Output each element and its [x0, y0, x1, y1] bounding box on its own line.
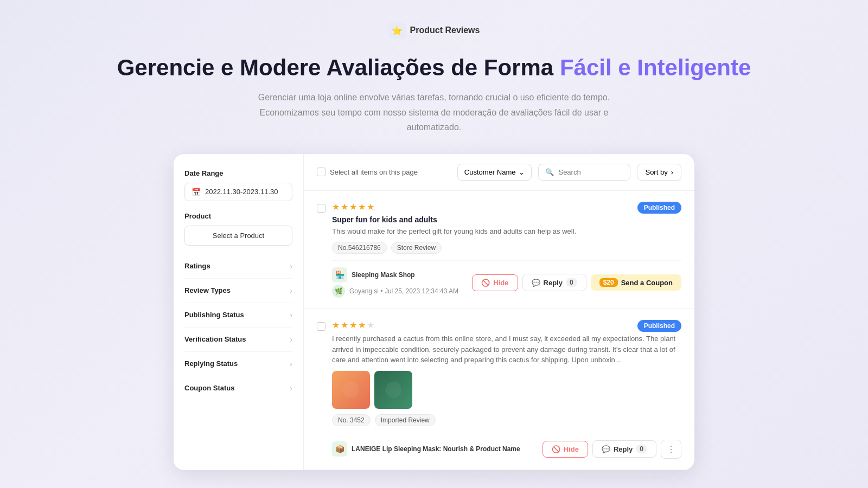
hide-button[interactable]: 🚫 Hide	[472, 274, 518, 291]
select-all-label: Select all items on this page	[330, 168, 418, 176]
review-actions-row: 🏪 Sleeping Mask Shop 🌿 Goyang si • Jul 2…	[332, 260, 681, 298]
sidebar-item-verification-status[interactable]: Verification Status ›	[184, 328, 292, 352]
more-options-button[interactable]: ⋮	[661, 440, 681, 459]
chevron-right-icon: ›	[290, 286, 292, 295]
review-tag: Store Review	[391, 242, 442, 254]
select-all-area: Select all items on this page	[317, 168, 451, 176]
review-image	[374, 371, 412, 409]
app-icon: ⭐	[388, 22, 406, 39]
hero-title-black: Gerencie e Modere Avaliações de Forma	[117, 55, 554, 80]
reply-icon: 💬	[602, 445, 610, 453]
sidebar-item-ratings[interactable]: Ratings ›	[184, 254, 292, 279]
svg-point-1	[385, 382, 401, 398]
review-item: Published ★ ★ ★ ★ ★ Super fun for kids	[304, 191, 694, 310]
hide-icon: 🚫	[552, 445, 560, 453]
chevron-right-icon: ›	[290, 262, 292, 271]
published-badge: Published	[637, 202, 681, 214]
hero-title-colored: Fácil e Inteligente	[560, 55, 751, 80]
review-text: This would make for the perfect gift for…	[332, 226, 681, 237]
hide-button[interactable]: 🚫 Hide	[542, 441, 588, 458]
toolbar: Select all items on this page Customer N…	[304, 154, 694, 191]
send-coupon-button[interactable]: $20 Send a Coupon	[591, 274, 681, 291]
review-image	[332, 371, 370, 409]
svg-point-0	[343, 382, 359, 398]
customer-name-dropdown[interactable]: Customer Name ⌄	[457, 164, 532, 181]
sidebar-item-review-types[interactable]: Review Types ›	[184, 279, 292, 303]
app-header: ⭐ Product Reviews	[388, 22, 480, 39]
reply-button[interactable]: 💬 Reply 0	[522, 274, 586, 291]
review-tag: Imported Review	[375, 414, 436, 426]
reply-icon: 💬	[532, 279, 540, 287]
main-card: Date Range 📅 2022.11.30-2023.11.30 Produ…	[174, 154, 694, 470]
star-rating: ★ ★ ★ ★ ★	[332, 320, 681, 330]
search-input[interactable]	[558, 168, 623, 176]
action-buttons: 🚫 Hide 💬 Reply 0 ⋮	[542, 440, 681, 459]
more-icon: ⋮	[667, 444, 675, 454]
sidebar: Date Range 📅 2022.11.30-2023.11.30 Produ…	[174, 154, 304, 470]
star-rating: ★ ★ ★ ★ ★	[332, 202, 681, 212]
review-title: Super fun for kids and adults	[332, 215, 681, 224]
hero-subtitle: Gerenciar uma loja online envolve várias…	[244, 90, 624, 134]
chevron-down-icon: ⌄	[519, 168, 525, 176]
select-all-checkbox[interactable]	[317, 168, 326, 176]
review-list: Published ★ ★ ★ ★ ★ Super fun for kids	[304, 191, 694, 470]
review-tag: No. 3452	[332, 414, 371, 426]
review-tags: No. 3452 Imported Review	[332, 414, 681, 426]
product-label: Product	[184, 212, 292, 220]
chevron-right-icon: ›	[290, 335, 292, 344]
action-buttons: 🚫 Hide 💬 Reply 0 $20	[472, 274, 681, 291]
chevron-right-icon: ›	[671, 168, 673, 176]
sidebar-item-coupon-status[interactable]: Coupon Status ›	[184, 376, 292, 400]
reply-button[interactable]: 💬 Reply 0	[592, 440, 656, 458]
hero-section: Gerencie e Modere Avaliações de Forma Fá…	[117, 54, 751, 134]
review-body: ★ ★ ★ ★ ★ I recently purchased a cactus …	[332, 320, 681, 459]
select-product-button[interactable]: Select a Product	[184, 226, 292, 246]
search-icon: 🔍	[545, 168, 554, 176]
review-body: ★ ★ ★ ★ ★ Super fun for kids and adults …	[332, 202, 681, 298]
review-images	[332, 371, 681, 409]
content-area: Select all items on this page Customer N…	[304, 154, 694, 470]
search-box: 🔍	[538, 164, 630, 181]
shop-avatar: 🏪	[332, 267, 347, 282]
hero-title: Gerencie e Modere Avaliações de Forma Fá…	[117, 54, 751, 81]
shop-name: LANEIGE Lip Sleeping Mask: Nourish & Pro…	[352, 445, 520, 453]
review-item: Published ★ ★ ★ ★ ★ I recently purchase	[304, 309, 694, 470]
reply-count: 0	[566, 278, 577, 287]
review-checkbox[interactable]	[317, 322, 326, 331]
date-range-button[interactable]: 📅 2022.11.30-2023.11.30	[184, 183, 292, 201]
review-text: I recently purchased a cactus from this …	[332, 333, 681, 365]
product-section: Product Select a Product	[184, 212, 292, 246]
chevron-right-icon: ›	[290, 384, 292, 393]
calendar-icon: 📅	[192, 188, 201, 196]
sidebar-item-publishing-status[interactable]: Publishing Status ›	[184, 303, 292, 328]
app-title: Product Reviews	[410, 25, 480, 35]
sort-by-button[interactable]: Sort by ›	[637, 164, 681, 181]
user-avatar: 🌿	[332, 285, 345, 298]
published-badge: Published	[637, 320, 681, 332]
filters-list: Ratings › Review Types › Publishing Stat…	[184, 254, 292, 400]
chevron-right-icon: ›	[290, 311, 292, 319]
reply-count: 0	[636, 445, 647, 453]
review-tags: No.546216786 Store Review	[332, 242, 681, 254]
chevron-right-icon: ›	[290, 359, 292, 368]
reviewer-info: 📦 LANEIGE Lip Sleeping Mask: Nourish & P…	[332, 441, 520, 457]
review-tag: No.546216786	[332, 242, 387, 254]
hide-icon: 🚫	[481, 279, 490, 287]
shop-name: Sleeping Mask Shop	[352, 271, 415, 279]
review-checkbox[interactable]	[317, 204, 326, 213]
coupon-price: $20	[599, 278, 618, 287]
shop-avatar: 📦	[332, 441, 347, 457]
sidebar-item-replying-status[interactable]: Replying Status ›	[184, 352, 292, 376]
reviewer-info: 🏪 Sleeping Mask Shop 🌿 Goyang si • Jul 2…	[332, 267, 458, 298]
date-range-value: 2022.11.30-2023.11.30	[205, 188, 278, 196]
reviewer-date: Goyang si • Jul 25, 2023 12:34:43 AM	[349, 287, 458, 295]
review-actions-row: 📦 LANEIGE Lip Sleeping Mask: Nourish & P…	[332, 433, 681, 459]
date-range-label: Date Range	[184, 169, 292, 177]
